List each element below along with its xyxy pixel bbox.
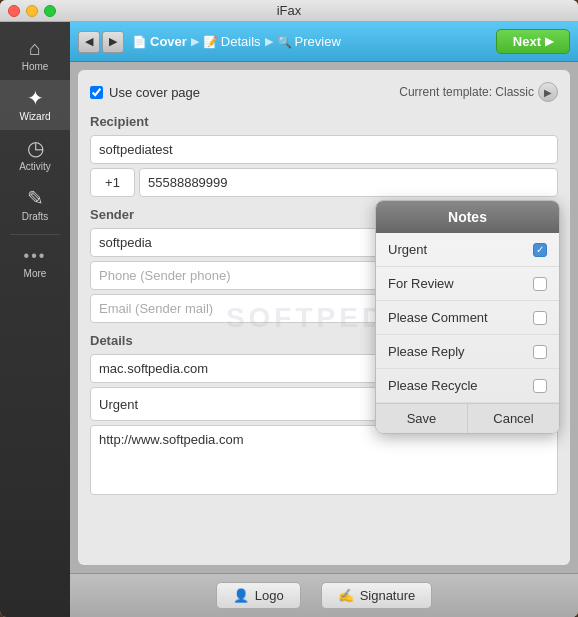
sidebar-item-activity[interactable]: ◷ Activity xyxy=(0,130,70,180)
phone-row: +1 55588889999 xyxy=(90,168,558,197)
notes-checkbox-please-comment[interactable] xyxy=(533,311,547,325)
breadcrumb-details-label: Details xyxy=(221,34,261,49)
breadcrumb: 📄 Cover ▶ 📝 Details ▶ 🔍 Preview xyxy=(132,34,488,49)
signature-icon: ✍ xyxy=(338,588,354,603)
breadcrumb-details[interactable]: 📝 Details xyxy=(203,34,261,49)
logo-button[interactable]: 👤 Logo xyxy=(216,582,301,609)
nav-buttons: ◀ ▶ xyxy=(78,31,124,53)
notes-item-please-comment[interactable]: Please Comment xyxy=(376,301,559,335)
notes-popup: Notes Urgent ✓ For Review Please Comment xyxy=(375,200,560,434)
notes-item-please-comment-label: Please Comment xyxy=(388,310,488,325)
sidebar-item-home-label: Home xyxy=(22,61,49,72)
sidebar-item-drafts[interactable]: ✎ Drafts xyxy=(0,180,70,230)
breadcrumb-arrow-1: ▶ xyxy=(191,35,199,48)
template-arrow-button[interactable]: ▶ xyxy=(538,82,558,102)
home-icon: ⌂ xyxy=(29,38,41,58)
notes-save-button[interactable]: Save xyxy=(376,404,468,433)
activity-icon: ◷ xyxy=(27,138,44,158)
notes-popup-title: Notes xyxy=(376,201,559,233)
sidebar-item-activity-label: Activity xyxy=(19,161,51,172)
template-label: Current template: Classic xyxy=(399,85,534,99)
notes-item-please-recycle[interactable]: Please Recycle xyxy=(376,369,559,403)
signature-button[interactable]: ✍ Signature xyxy=(321,582,433,609)
app-window: iFax ⌂ Home ✦ Wizard ◷ Activity ✎ Drafts xyxy=(0,0,578,617)
breadcrumb-cover-label: Cover xyxy=(150,34,187,49)
cover-page-label: Use cover page xyxy=(109,85,200,100)
maximize-button[interactable] xyxy=(44,5,56,17)
breadcrumb-cover[interactable]: 📄 Cover xyxy=(132,34,187,49)
notes-item-urgent-label: Urgent xyxy=(388,242,427,257)
notes-item-please-recycle-label: Please Recycle xyxy=(388,378,478,393)
signature-button-label: Signature xyxy=(360,588,416,603)
sidebar-item-more[interactable]: ••• More xyxy=(0,239,70,287)
window-title: iFax xyxy=(277,3,302,18)
minimize-button[interactable] xyxy=(26,5,38,17)
sidebar-item-home[interactable]: ⌂ Home xyxy=(0,30,70,80)
notes-checkbox-please-recycle[interactable] xyxy=(533,379,547,393)
sidebar-item-wizard-label: Wizard xyxy=(19,111,50,122)
country-code-field[interactable]: +1 xyxy=(90,168,135,197)
notes-actions: Save Cancel xyxy=(376,403,559,433)
notes-item-urgent[interactable]: Urgent ✓ xyxy=(376,233,559,267)
recipient-name-field[interactable]: softpediatest xyxy=(90,135,558,164)
breadcrumb-preview-label: Preview xyxy=(295,34,341,49)
cover-icon: 📄 xyxy=(132,35,147,49)
sidebar: ⌂ Home ✦ Wizard ◷ Activity ✎ Drafts ••• … xyxy=(0,22,70,617)
next-arrow-icon: ▶ xyxy=(545,35,553,48)
notes-cancel-button[interactable]: Cancel xyxy=(468,404,559,433)
notes-checkbox-for-review[interactable] xyxy=(533,277,547,291)
notes-item-for-review[interactable]: For Review xyxy=(376,267,559,301)
more-icon: ••• xyxy=(24,247,47,265)
sidebar-item-more-label: More xyxy=(24,268,47,279)
drafts-icon: ✎ xyxy=(27,188,44,208)
sidebar-item-wizard[interactable]: ✦ Wizard xyxy=(0,80,70,130)
next-button-label: Next xyxy=(513,34,541,49)
template-info: Current template: Classic ▶ xyxy=(399,82,558,102)
content-area: ◀ ▶ 📄 Cover ▶ 📝 Details ▶ 🔍 xyxy=(70,22,578,617)
recipient-label: Recipient xyxy=(90,114,558,129)
breadcrumb-arrow-2: ▶ xyxy=(265,35,273,48)
notes-item-please-reply-label: Please Reply xyxy=(388,344,465,359)
breadcrumb-preview[interactable]: 🔍 Preview xyxy=(277,34,341,49)
traffic-lights xyxy=(8,5,56,17)
notes-item-for-review-label: For Review xyxy=(388,276,454,291)
preview-icon: 🔍 xyxy=(277,35,292,49)
form-area: SOFTPEDIA Use cover page Current templat… xyxy=(78,70,570,565)
sidebar-divider xyxy=(10,234,60,235)
detail-field-3[interactable]: http://www.softpedia.com xyxy=(90,425,558,495)
nav-back-button[interactable]: ◀ xyxy=(78,31,100,53)
title-bar: iFax xyxy=(0,0,578,22)
logo-button-label: Logo xyxy=(255,588,284,603)
phone-number-field[interactable]: 55588889999 xyxy=(139,168,558,197)
cover-page-row: Use cover page Current template: Classic… xyxy=(90,82,558,102)
wizard-icon: ✦ xyxy=(27,88,44,108)
main-layout: ⌂ Home ✦ Wizard ◷ Activity ✎ Drafts ••• … xyxy=(0,22,578,617)
notes-item-please-reply[interactable]: Please Reply xyxy=(376,335,559,369)
cover-page-checkbox[interactable] xyxy=(90,86,103,99)
logo-icon: 👤 xyxy=(233,588,249,603)
details-icon: 📝 xyxy=(203,35,218,49)
sidebar-item-drafts-label: Drafts xyxy=(22,211,49,222)
bottom-bar: 👤 Logo ✍ Signature xyxy=(70,573,578,617)
nav-forward-button[interactable]: ▶ xyxy=(102,31,124,53)
close-button[interactable] xyxy=(8,5,20,17)
toolbar: ◀ ▶ 📄 Cover ▶ 📝 Details ▶ 🔍 xyxy=(70,22,578,62)
next-button[interactable]: Next ▶ xyxy=(496,29,570,54)
notes-checkbox-urgent[interactable]: ✓ xyxy=(533,243,547,257)
notes-checkbox-please-reply[interactable] xyxy=(533,345,547,359)
